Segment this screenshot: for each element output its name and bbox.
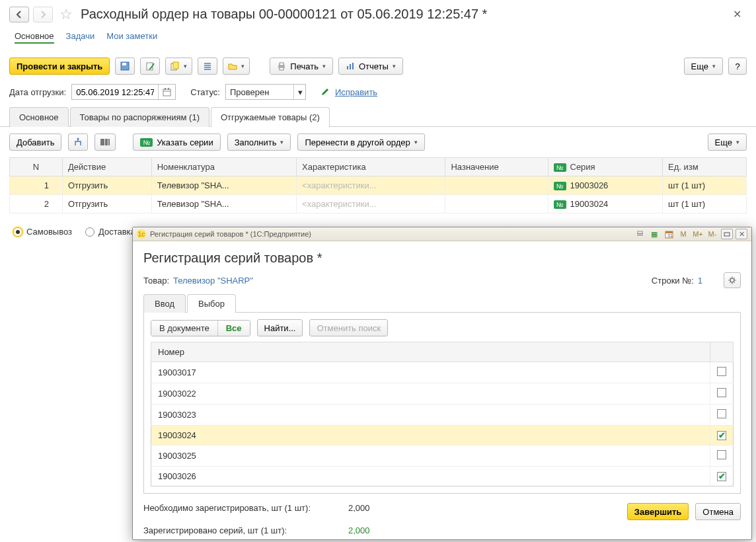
subnav-notes[interactable]: Мои заметки (106, 31, 157, 44)
col-purpose[interactable]: Назначение (445, 158, 548, 176)
registered-label: Зарегистрировано серий, шт (1 шт): (143, 525, 348, 535)
post-and-close-button[interactable]: Провести и закрыть (9, 58, 110, 75)
serial-row[interactable]: 19003026✔ (151, 467, 734, 486)
modal-window-title: Регистрация серий товаров * (1С:Предприя… (150, 230, 311, 238)
favorite-icon[interactable]: ☆ (59, 6, 73, 23)
modal-filters-panel: В документе Все Найти... Отменить поиск … (143, 313, 741, 494)
finish-button[interactable]: Завершить (627, 503, 689, 520)
svg-rect-12 (165, 88, 166, 90)
svg-rect-4 (173, 62, 178, 69)
serial-row[interactable]: 19003025 (151, 445, 734, 467)
modal-tabs: Ввод Выбор (143, 293, 741, 313)
pencil-icon (321, 87, 330, 97)
print-dropdown-button[interactable]: Печать▾ (270, 58, 333, 75)
svg-rect-13 (168, 88, 169, 90)
radio-pickup[interactable]: Самовывоз (13, 227, 72, 237)
fix-link[interactable]: Исправить (335, 87, 377, 97)
list-button[interactable] (198, 58, 217, 75)
subnav-main[interactable]: Основное (15, 31, 54, 44)
calc-mplus-button[interactable]: M+ (692, 229, 704, 239)
calendar-icon[interactable]: 31 (663, 229, 675, 239)
tab-body: Добавить № Указать серии Заполнить▾ Пере… (0, 127, 756, 220)
svg-rect-20 (724, 233, 730, 236)
forward-button[interactable] (33, 7, 53, 22)
save-button[interactable] (115, 58, 135, 75)
svg-rect-1 (122, 63, 126, 65)
calendar-icon[interactable] (158, 85, 175, 99)
seg-in-document[interactable]: В документе (151, 321, 218, 336)
series-registration-modal: 1c Регистрация серий товаров * (1С:Предп… (132, 227, 752, 540)
grid-icon[interactable]: ▦ (648, 229, 660, 239)
ship-date-input[interactable] (71, 84, 176, 100)
col-series[interactable]: №Серия (548, 158, 662, 176)
goods-link[interactable]: Телевизор "SHARP" (173, 276, 253, 286)
table-more-button[interactable]: Еще▾ (708, 134, 747, 151)
svg-rect-16 (638, 231, 642, 233)
structure-button[interactable] (68, 134, 88, 151)
fields-row: Дата отгрузки: Статус: Проверен ▾ Исправ… (0, 80, 756, 106)
table-row[interactable]: 1ОтгрузитьТелевизор "SHA...<характеристи… (10, 176, 747, 195)
move-order-dropdown-button[interactable]: Перенести в другой ордер▾ (297, 134, 424, 151)
serials-col-check[interactable] (710, 342, 734, 362)
fill-dropdown-button[interactable]: Заполнить▾ (227, 134, 291, 151)
serial-row[interactable]: 19003024✔ (151, 426, 734, 445)
calc-mminus-button[interactable]: M- (706, 229, 718, 239)
svg-point-14 (77, 138, 79, 140)
registered-value: 2,000 (348, 525, 370, 535)
lines-label: Строки №: (652, 276, 694, 286)
add-button[interactable]: Добавить (9, 134, 61, 151)
barcode-button[interactable] (94, 134, 116, 151)
find-button[interactable]: Найти... (257, 319, 303, 336)
tab-main[interactable]: Основное (9, 107, 69, 127)
reports-dropdown-button[interactable]: Отчеты▾ (338, 58, 403, 75)
modal-close-button[interactable]: ✕ (736, 229, 747, 239)
cancel-button[interactable]: Отмена (695, 503, 741, 520)
tab-goods-by-orders[interactable]: Товары по распоряжениям (1) (70, 107, 209, 127)
ship-date-label: Дата отгрузки: (9, 87, 66, 97)
table-row[interactable]: 2ОтгрузитьТелевизор "SHA...<характеристи… (10, 195, 747, 213)
help-button[interactable]: ? (728, 58, 747, 75)
minimize-button[interactable] (721, 229, 733, 239)
serials-table: Номер 19003017190030221900302319003024✔1… (151, 342, 734, 486)
copy-dropdown-button[interactable]: ▾ (165, 58, 192, 75)
serial-row[interactable]: 19003023 (151, 405, 734, 426)
col-action[interactable]: Действие (63, 158, 152, 176)
serials-col-number[interactable]: Номер (151, 342, 710, 362)
section-tabs: Основное Товары по распоряжениям (1) Отг… (0, 106, 756, 127)
cancel-search-button[interactable]: Отменить поиск (309, 319, 388, 336)
need-register-label: Необходимо зарегистрировать, шт (1 шт): (143, 503, 348, 520)
close-icon[interactable]: ✕ (728, 5, 747, 23)
status-select[interactable]: Проверен ▾ (225, 84, 306, 100)
more-dropdown-button[interactable]: Еще▾ (684, 58, 723, 75)
svg-rect-15 (637, 233, 643, 236)
modal-tab-select[interactable]: Выбор (187, 294, 236, 313)
radio-delivery[interactable]: Доставка (85, 227, 135, 237)
title-bar: ☆ Расходный ордер на товары 00-00000121 … (0, 0, 756, 24)
back-button[interactable] (9, 7, 29, 22)
folder-dropdown-button[interactable]: ▾ (223, 58, 250, 75)
svg-rect-11 (163, 89, 170, 96)
calc-m-button[interactable]: M (677, 229, 689, 239)
gear-button[interactable] (724, 272, 741, 288)
seg-all[interactable]: Все (218, 321, 250, 336)
serial-row[interactable]: 19003017 (151, 362, 734, 383)
col-uom[interactable]: Ед. изм (663, 158, 747, 176)
tab-shipped-goods[interactable]: Отгружаемые товары (2) (211, 107, 330, 127)
lines-value[interactable]: 1 (698, 276, 702, 286)
svg-rect-6 (280, 63, 284, 65)
set-series-button[interactable]: № Указать серии (133, 134, 220, 151)
col-n[interactable]: N (10, 158, 63, 176)
modal-tab-input[interactable]: Ввод (143, 294, 186, 313)
svg-text:31: 31 (667, 233, 673, 238)
svg-rect-8 (347, 66, 348, 69)
sub-nav: Основное Задачи Мои заметки (0, 24, 756, 52)
modal-titlebar: 1c Регистрация серий товаров * (1С:Предп… (133, 227, 751, 241)
post-button[interactable] (140, 58, 160, 75)
modal-title: Регистрация серий товаров * (143, 251, 741, 266)
subnav-tasks[interactable]: Задачи (66, 31, 95, 44)
printer-icon[interactable] (634, 229, 646, 239)
col-char[interactable]: Характеристика (297, 158, 445, 176)
col-nomen[interactable]: Номенклатура (151, 158, 296, 176)
serial-row[interactable]: 19003022 (151, 383, 734, 405)
svg-rect-10 (352, 63, 354, 69)
